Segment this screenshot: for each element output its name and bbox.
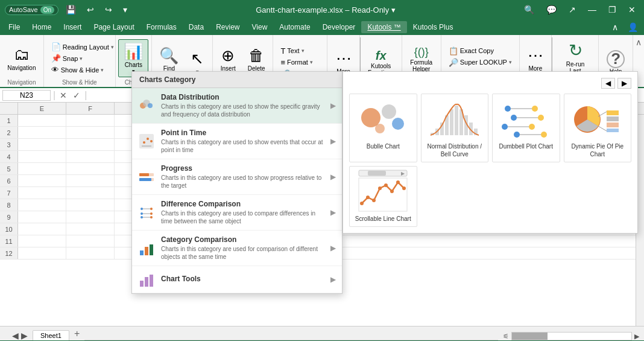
menu-formulas[interactable]: Formulas [140, 21, 183, 33]
cell-F5[interactable] [66, 163, 115, 174]
text-button[interactable]: T Text ▾ [277, 45, 316, 57]
account-button[interactable]: 👤 [624, 21, 642, 33]
minimize-button[interactable]: — [584, 4, 600, 16]
menu-view[interactable]: View [246, 21, 274, 33]
name-box[interactable] [2, 90, 51, 101]
cancel-formula-button[interactable]: ✕ [58, 90, 69, 101]
menu-review[interactable]: Review [210, 21, 245, 33]
super-lookup-button[interactable]: 🔎 Super LOOKUP ▾ [445, 57, 516, 68]
close-button[interactable]: ✕ [625, 4, 639, 16]
cell-E2[interactable] [18, 127, 66, 138]
row-num-1: 1 [0, 115, 18, 126]
maximize-button[interactable]: ❐ [605, 4, 620, 16]
cell-E12[interactable] [18, 247, 66, 259]
dynamic-pie-label: Dynamic Pie Of Pie Chart [568, 142, 628, 158]
comments-button[interactable]: 💬 [543, 4, 560, 16]
menu-file[interactable]: File [2, 21, 26, 33]
show-hide-dropdown-arrow: ▾ [101, 67, 104, 73]
horizontal-scrollbar[interactable] [511, 332, 632, 340]
exact-copy-button[interactable]: 📋 Exact Copy [445, 45, 516, 57]
chart-item-scrollable-line[interactable]: ▶ Scrollable Line Chart [349, 166, 417, 227]
charts-panel[interactable]: ◀ ▶ Bublle Chart [343, 71, 638, 234]
cell-E10[interactable] [18, 223, 66, 235]
show-hide-group-label: Show & Hide [48, 79, 112, 87]
add-sheet-button[interactable]: + [69, 327, 84, 340]
menu-page-layout[interactable]: Page Layout [87, 21, 140, 33]
cell-F9[interactable] [66, 211, 115, 223]
menu-data[interactable]: Data [183, 21, 210, 33]
cell-E1[interactable] [18, 115, 66, 126]
cell-E5[interactable] [18, 163, 66, 174]
cell-E11[interactable] [18, 235, 66, 247]
cell-F11[interactable] [66, 235, 115, 247]
cell-F12[interactable] [66, 247, 115, 259]
redo-button[interactable]: ↪ [101, 4, 116, 16]
cell-F8[interactable] [66, 199, 115, 211]
svg-point-14 [150, 208, 153, 210]
svg-point-46 [538, 115, 544, 121]
menu-insert[interactable]: Insert [57, 21, 87, 33]
scroll-tabs-right[interactable]: ▶ [21, 331, 28, 340]
category-data-distribution[interactable]: Data Distribution Charts in this categor… [132, 88, 342, 124]
row-num-7: 7 [0, 187, 18, 199]
scroll-tabs-left[interactable]: ◀ [12, 331, 19, 340]
charts-panel-nav: ◀ ▶ [349, 78, 631, 89]
search-button[interactable]: 🔍 [520, 4, 538, 16]
ribbon-collapse-button[interactable]: ∧ [608, 21, 622, 33]
share-button[interactable]: ↗ [565, 4, 579, 16]
insert-icon: ⊕ [221, 46, 235, 65]
category-chart-tools[interactable]: Chart Tools ▶ [132, 266, 342, 293]
category-point-in-time[interactable]: Point in Time Charts in this category ar… [132, 124, 342, 159]
chart-item-bubble[interactable]: Bublle Chart [349, 94, 417, 162]
navigation-button[interactable]: 🗂 Navigation [2, 42, 41, 74]
col-header-F[interactable]: F [66, 103, 115, 114]
charts-panel-next[interactable]: ▶ [617, 78, 631, 89]
undo-button[interactable]: ↩ [83, 4, 98, 16]
cell-E4[interactable] [18, 151, 66, 162]
category-comparison[interactable]: Category Comparison Charts in this categ… [132, 231, 342, 266]
menu-kutools-plus[interactable]: Kutools Plus [407, 21, 459, 33]
menu-developer[interactable]: Developer [317, 21, 362, 33]
show-hide-button[interactable]: 👁 Show & Hide ▾ [48, 64, 118, 75]
row-num-3: 3 [0, 139, 18, 150]
show-hide-buttons: 📄 Reading Layout ▾ 📌 Snap ▾ 👁 Show & Hid… [48, 41, 118, 75]
cell-F7[interactable] [66, 187, 115, 199]
cell-F3[interactable] [66, 139, 115, 150]
reading-layout-button[interactable]: 📄 Reading Layout ▾ [48, 41, 118, 53]
charts-category-dropdown[interactable]: Charts Category Data Distribution Charts… [131, 71, 343, 294]
charts-dropdown-header: Charts Category [132, 72, 342, 88]
chart-item-dumbbell[interactable]: Dumbbell Plot Chart [492, 94, 560, 162]
cell-E9[interactable] [18, 211, 66, 223]
snap-button[interactable]: 📌 Snap ▾ [48, 53, 118, 64]
format-button[interactable]: ≡ Format ▾ [277, 57, 316, 68]
cell-E7[interactable] [18, 187, 66, 199]
ribbon-group-navigation: 🗂 Navigation Navigation [0, 35, 44, 87]
chart-item-normal-dist[interactable]: Normal Distribution / Bell Curve [421, 94, 489, 162]
cell-F6[interactable] [66, 175, 115, 186]
cell-E3[interactable] [18, 139, 66, 150]
svg-point-5 [143, 141, 145, 144]
chart-tools-icon [138, 271, 155, 288]
autosave-toggle[interactable]: AutoSave On [5, 5, 58, 15]
cell-E8[interactable] [18, 199, 66, 211]
chart-item-dynamic-pie[interactable]: Dynamic Pie Of Pie Chart [564, 94, 632, 162]
cell-F1[interactable] [66, 115, 115, 126]
category-difference-comparison[interactable]: Difference Comparison Charts in this cat… [132, 195, 342, 231]
cell-F2[interactable] [66, 127, 115, 138]
menu-automate[interactable]: Automate [273, 21, 316, 33]
mode-dropdown[interactable]: ▾ [391, 5, 396, 14]
save-button[interactable]: 💾 [62, 4, 80, 16]
menu-kutools[interactable]: Kutools ™ [361, 21, 406, 33]
customize-button[interactable]: ▾ [119, 4, 131, 16]
cell-F4[interactable] [66, 151, 115, 162]
category-progress[interactable]: Progress Charts in this category are use… [132, 159, 342, 195]
charts-panel-prev[interactable]: ◀ [601, 78, 615, 89]
confirm-formula-button[interactable]: ✓ [71, 90, 82, 101]
menu-home[interactable]: Home [26, 21, 57, 33]
cell-E6[interactable] [18, 175, 66, 186]
col-header-E[interactable]: E [18, 103, 66, 114]
sheet-tabs: ◀ ▶ Sheet1 + ⚟ ▶ [0, 326, 644, 340]
sheet-tab-1[interactable]: Sheet1 [33, 330, 69, 340]
cell-F10[interactable] [66, 223, 115, 235]
h-scroll-thumb [512, 333, 548, 340]
